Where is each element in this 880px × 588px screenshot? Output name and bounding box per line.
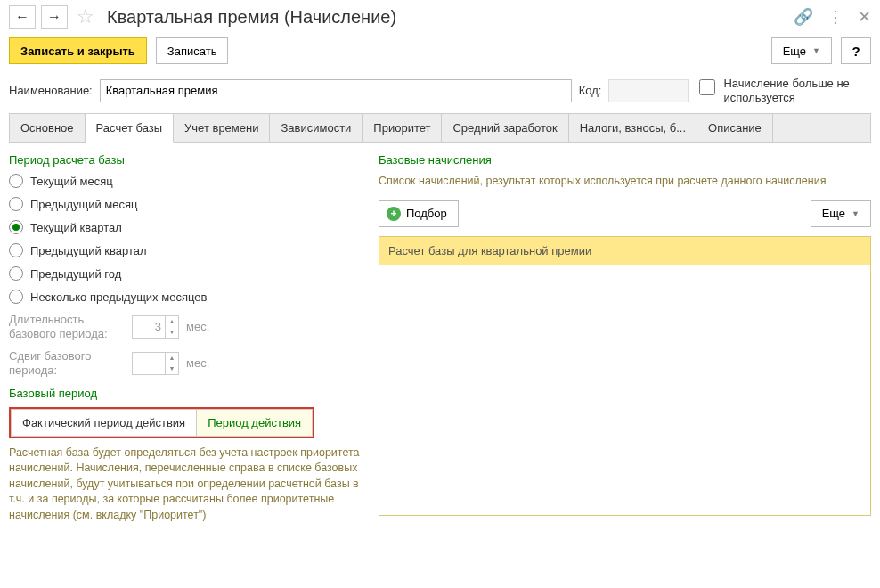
tab-deps[interactable]: Зависимости	[270, 114, 363, 142]
tab-time[interactable]: Учет времени	[174, 114, 270, 142]
chevron-up-icon[interactable]: ▲	[166, 353, 178, 363]
name-label: Наименование:	[9, 84, 93, 97]
radio-icon	[9, 266, 23, 281]
radio-prev-year[interactable]: Предыдущий год	[9, 266, 361, 281]
help-button[interactable]: ?	[841, 37, 871, 64]
window-title: Квартальная премия (Начисление)	[103, 7, 788, 28]
radio-icon	[9, 174, 23, 188]
tab-base-calc[interactable]: Расчет базы	[86, 114, 175, 143]
disabled-checkbox[interactable]	[699, 79, 715, 95]
radio-prev-month[interactable]: Предыдущий месяц	[9, 197, 361, 211]
radio-prev-quarter[interactable]: Предыдущий квартал	[9, 243, 361, 257]
shift-label: Сдвиг базового периода:	[9, 349, 125, 377]
base-accruals-title: Базовые начисления	[379, 153, 871, 167]
radio-several-months[interactable]: Несколько предыдущих месяцев	[9, 290, 361, 304]
radio-icon	[9, 197, 23, 211]
tabs: Основное Расчет базы Учет времени Зависи…	[9, 113, 871, 143]
code-label: Код:	[579, 84, 602, 97]
shift-stepper[interactable]: ▲▼	[132, 352, 179, 375]
code-input[interactable]	[608, 79, 689, 102]
shift-input[interactable]	[133, 353, 165, 374]
menu-icon[interactable]: ⋮	[827, 7, 843, 27]
tab-tax[interactable]: Налоги, взносы, б...	[569, 114, 697, 142]
accruals-table: Расчет базы для квартальной премии	[379, 236, 871, 516]
base-period-group: Базовый период	[9, 387, 361, 400]
chevron-down-icon[interactable]: ▼	[166, 327, 178, 338]
radio-icon	[9, 243, 23, 257]
duration-label: Длительность базового периода:	[9, 313, 125, 340]
duration-stepper[interactable]: ▲▼	[132, 315, 179, 339]
table-body[interactable]	[379, 265, 870, 515]
table-header: Расчет базы для квартальной премии	[379, 237, 870, 265]
save-close-button[interactable]: Записать и закрыть	[9, 37, 147, 64]
radio-current-quarter[interactable]: Текущий квартал	[9, 220, 361, 234]
more-button[interactable]: Еще▼	[771, 37, 832, 64]
bp-period-button[interactable]: Период действия	[197, 409, 313, 437]
base-accruals-desc: Список начислений, результат которых исп…	[379, 174, 871, 190]
tab-priority[interactable]: Приоритет	[363, 114, 442, 142]
chevron-down-icon: ▼	[851, 209, 860, 218]
disabled-label: Начисление больше не используется	[723, 77, 857, 104]
plus-icon: +	[387, 207, 401, 221]
tab-desc[interactable]: Описание	[697, 114, 773, 142]
chevron-down-icon[interactable]: ▼	[166, 363, 178, 374]
back-button[interactable]: ←	[9, 5, 36, 29]
name-input[interactable]	[100, 79, 572, 102]
duration-input[interactable]	[133, 316, 165, 338]
more-button-right[interactable]: Еще▼	[811, 200, 871, 227]
save-button[interactable]: Записать	[156, 37, 229, 64]
forward-button[interactable]: →	[41, 5, 68, 29]
tab-avg[interactable]: Средний заработок	[442, 114, 568, 142]
radio-current-month[interactable]: Текущий месяц	[9, 174, 361, 188]
close-icon[interactable]: ✕	[858, 7, 871, 27]
favorite-icon[interactable]: ☆	[77, 5, 94, 29]
link-icon[interactable]: 🔗	[794, 7, 813, 27]
chevron-down-icon: ▼	[812, 46, 820, 55]
tab-main[interactable]: Основное	[10, 114, 86, 142]
radio-icon	[9, 220, 23, 234]
select-button[interactable]: + Подбор	[379, 200, 459, 227]
chevron-up-icon[interactable]: ▲	[166, 316, 178, 327]
bp-actual-button[interactable]: Фактический период действия	[11, 409, 197, 437]
calc-note: Расчетная база будет определяться без уч…	[9, 445, 361, 524]
base-period-title: Период расчета базы	[9, 153, 361, 167]
radio-icon	[9, 290, 23, 304]
